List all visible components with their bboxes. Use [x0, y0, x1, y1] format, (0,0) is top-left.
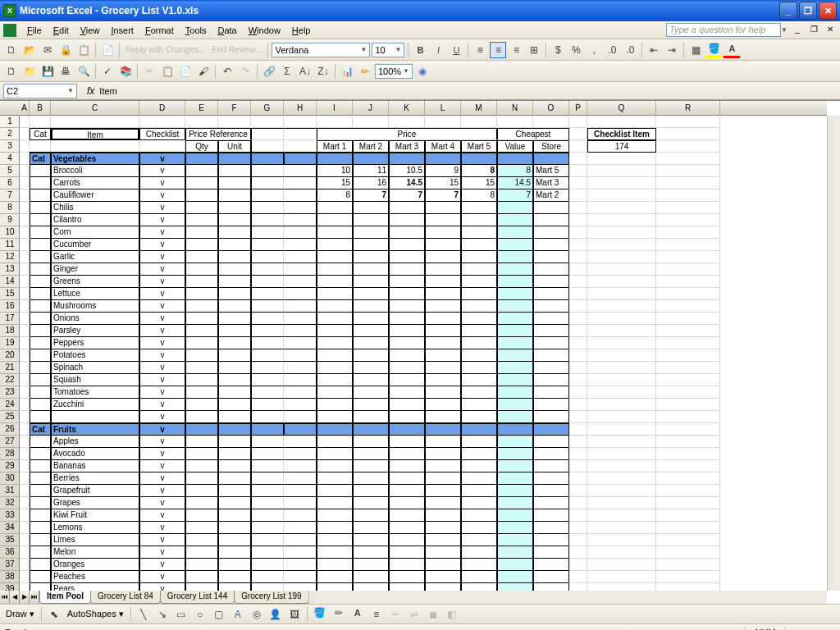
textbox-icon[interactable]: ▢	[211, 606, 227, 623]
cell[interactable]	[251, 202, 284, 214]
cell[interactable]	[185, 559, 218, 571]
cell[interactable]: Qty	[185, 140, 218, 153]
cell[interactable]: v	[139, 153, 185, 165]
cell[interactable]	[497, 337, 533, 349]
cell[interactable]: Cat	[30, 153, 51, 165]
row-header-9[interactable]: 9	[0, 214, 20, 226]
cell[interactable]	[317, 399, 353, 411]
col-header-A[interactable]: A	[20, 101, 30, 116]
cell[interactable]	[30, 288, 51, 300]
cell[interactable]	[30, 522, 51, 534]
cell[interactable]	[569, 436, 587, 448]
cell[interactable]	[569, 313, 587, 325]
cell[interactable]	[317, 485, 353, 497]
cell[interactable]	[218, 251, 251, 263]
cell[interactable]: v	[139, 226, 185, 239]
cell[interactable]	[533, 509, 569, 522]
cell[interactable]	[251, 571, 284, 583]
cell[interactable]	[218, 571, 251, 583]
cell[interactable]	[389, 226, 425, 239]
cell[interactable]	[284, 460, 317, 472]
cell[interactable]	[389, 313, 425, 325]
cell[interactable]	[284, 214, 317, 226]
cell[interactable]: Zucchini	[51, 399, 139, 411]
cell[interactable]	[461, 362, 497, 374]
menu-view[interactable]: View	[75, 24, 106, 37]
cell[interactable]	[569, 325, 587, 337]
cell[interactable]	[425, 534, 461, 546]
cell[interactable]	[425, 153, 461, 165]
align-left-button[interactable]: ≡	[472, 42, 488, 58]
cell[interactable]	[317, 571, 353, 583]
row-header-5[interactable]: 5	[0, 165, 20, 177]
cell[interactable]	[497, 116, 533, 128]
cell[interactable]	[218, 337, 251, 349]
cell[interactable]	[251, 153, 284, 165]
cell[interactable]	[461, 349, 497, 362]
row-header-3[interactable]: 3	[0, 140, 20, 153]
cell[interactable]	[284, 313, 317, 325]
cell[interactable]	[461, 460, 497, 472]
cell[interactable]	[218, 362, 251, 374]
cell[interactable]	[30, 140, 51, 153]
cell[interactable]	[461, 571, 497, 583]
sheet-tab-grocery-list-144[interactable]: Grocery List 144	[160, 591, 235, 604]
cell[interactable]	[218, 509, 251, 522]
cell[interactable]	[461, 436, 497, 448]
cell[interactable]	[569, 362, 587, 374]
cell[interactable]	[20, 140, 30, 153]
zoom-selector[interactable]: 100%▼	[375, 64, 413, 79]
cell[interactable]	[284, 534, 317, 546]
cell[interactable]	[533, 202, 569, 214]
mail-icon[interactable]: ✉	[39, 42, 56, 58]
cell[interactable]	[587, 226, 656, 239]
cell[interactable]: Berries	[51, 472, 139, 485]
cell[interactable]: v	[139, 300, 185, 313]
cell[interactable]	[185, 411, 218, 423]
cell[interactable]	[569, 165, 587, 177]
col-header-H[interactable]: H	[284, 101, 317, 116]
cell[interactable]	[497, 571, 533, 583]
menu-help[interactable]: Help	[286, 24, 317, 37]
cell[interactable]	[569, 300, 587, 313]
cell[interactable]	[587, 534, 656, 546]
cell[interactable]	[284, 546, 317, 559]
cell[interactable]	[425, 423, 461, 436]
cell[interactable]: v	[139, 251, 185, 263]
cell[interactable]	[317, 349, 353, 362]
cell[interactable]: v	[139, 423, 185, 436]
cell[interactable]	[251, 313, 284, 325]
row-header-17[interactable]: 17	[0, 313, 20, 325]
cell[interactable]	[533, 300, 569, 313]
cell[interactable]	[587, 349, 656, 362]
row-header-28[interactable]: 28	[0, 448, 20, 460]
menu-window[interactable]: Window	[243, 24, 286, 37]
cell[interactable]	[587, 448, 656, 460]
cell[interactable]: 8	[461, 165, 497, 177]
cell[interactable]	[461, 239, 497, 251]
cell[interactable]: 7	[353, 189, 389, 202]
cell[interactable]	[185, 534, 218, 546]
cell[interactable]	[30, 460, 51, 472]
cell[interactable]	[569, 140, 587, 153]
cell[interactable]	[587, 214, 656, 226]
research-icon[interactable]: 📋	[75, 42, 92, 58]
cell[interactable]	[185, 399, 218, 411]
cell[interactable]	[587, 399, 656, 411]
cell[interactable]	[533, 559, 569, 571]
cell[interactable]	[461, 509, 497, 522]
cell[interactable]	[317, 325, 353, 337]
cell[interactable]	[587, 485, 656, 497]
cell[interactable]	[587, 571, 656, 583]
decrease-indent-button[interactable]: ⇤	[646, 42, 662, 58]
cell[interactable]	[656, 251, 720, 263]
cell[interactable]	[218, 497, 251, 509]
drawing-icon[interactable]: ✏	[357, 63, 373, 80]
vertical-scrollbar[interactable]	[827, 116, 840, 591]
col-header-M[interactable]: M	[461, 101, 497, 116]
cell[interactable]	[569, 214, 587, 226]
cell[interactable]	[20, 189, 30, 202]
cell[interactable]	[218, 263, 251, 276]
cell[interactable]	[353, 534, 389, 546]
cell[interactable]	[533, 423, 569, 436]
